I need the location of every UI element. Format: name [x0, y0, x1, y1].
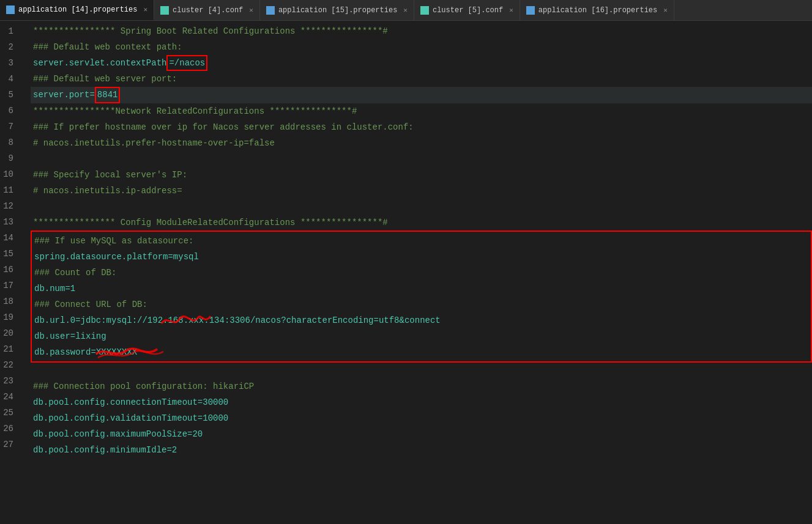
close-tab-5[interactable]: ✕	[663, 6, 668, 14]
line-num-3: 3	[0, 55, 20, 71]
line-num-14: 14	[0, 230, 20, 246]
tab-application-16[interactable]: application [16].properties ✕	[520, 0, 674, 20]
line-num-9: 9	[0, 150, 20, 166]
code-line-16: ### Count of DB:	[32, 265, 811, 281]
code-line-17: db.num=1	[32, 281, 811, 297]
code-line-10: ### Specify local server's IP:	[31, 167, 812, 183]
line-3-value: =/nacos	[166, 55, 207, 71]
close-tab-2[interactable]: ✕	[249, 6, 253, 14]
code-line-2: ### Default web context path:	[31, 39, 812, 55]
code-content[interactable]: **************** Spring Boot Related Con…	[26, 21, 812, 460]
line-8-text: # nacos.inetutils.prefer-hostname-over-i…	[33, 136, 275, 150]
line-3-key: server.servlet.contextPath	[33, 56, 166, 70]
red-box-section: ### If use MySQL as datasource: spring.d…	[31, 231, 812, 363]
line-num-15: 15	[0, 246, 20, 262]
editor-wrapper: **************** Spring Boot Related Con…	[26, 21, 812, 524]
line-21-value: XXXXXXXX	[96, 345, 137, 359]
code-line-21: db.password=XXXXXXXX	[32, 344, 811, 360]
tab-label-5: application [16].properties	[538, 6, 657, 15]
code-line-4: ### Default web server port:	[31, 71, 812, 87]
line-2-text: ### Default web context path:	[33, 40, 182, 54]
line-num-5: 5	[0, 87, 20, 103]
line-num-8: 8	[0, 135, 20, 150]
tab-cluster-5[interactable]: cluster [5].conf ✕	[414, 0, 520, 20]
code-line-22	[31, 363, 812, 378]
tab-label-3: application [15].properties	[278, 6, 397, 15]
tab-application-14[interactable]: application [14].properties ✕	[0, 0, 154, 20]
code-line-18: ### Connect URL of DB:	[32, 297, 811, 312]
line-5-value: 8841	[95, 87, 121, 103]
code-line-13: **************** Config Module Related C…	[31, 215, 812, 231]
code-line-6: **************** Network Related Configu…	[31, 103, 812, 119]
line-num-20: 20	[0, 325, 20, 341]
line-5-key: server.port=	[33, 88, 95, 101]
line-num-10: 10	[0, 166, 20, 182]
line-23-text: ### Connection pool configuration: hikar…	[33, 380, 254, 393]
line-num-11: 11	[0, 182, 20, 198]
tab-cluster-4[interactable]: cluster [4].conf ✕	[154, 0, 260, 20]
line-25-text: db.pool.config.validationTimeout=10000	[33, 411, 228, 425]
line-num-27: 27	[0, 437, 20, 452]
file-icon-5	[526, 6, 535, 15]
line-num-17: 17	[0, 278, 20, 293]
file-icon-4	[420, 6, 429, 15]
line-6-rest: Configurations ****************#	[192, 105, 357, 118]
line-6-network: Network Related	[115, 105, 192, 118]
line-num-22: 22	[0, 357, 20, 373]
tab-label-2: cluster [4].conf	[173, 6, 243, 15]
line-num-24: 24	[0, 389, 20, 405]
line-20-text: db.user=lixing	[34, 330, 106, 343]
line-13-related: Related	[187, 216, 223, 229]
line-19-rest: :3306/nacos?characterEncoding=utf8&conne…	[225, 314, 441, 327]
code-line-19: db.url.0=jdbc:mysql://192.168.xxx.134:33…	[32, 312, 811, 328]
line-num-7: 7	[0, 119, 20, 135]
line-14-text: ### If use MySQL as datasource:	[34, 234, 193, 248]
line-num-2: 2	[0, 39, 20, 55]
line-num-19: 19	[0, 309, 20, 325]
line-18-text: ### Connect URL of DB:	[34, 298, 147, 311]
tab-label-4: cluster [5].conf	[433, 6, 503, 15]
line-24-text: db.pool.config.connectionTimeout=30000	[33, 396, 228, 409]
line-numbers: 1 2 3 4 5 6 7 8 9 10 11 12 13 14 15 16 1…	[0, 21, 26, 524]
code-line-7: ### If prefer hostname over ip for Nacos…	[31, 119, 812, 135]
code-line-27: db.pool.config.minimumIdle=2	[31, 442, 812, 458]
close-tab-3[interactable]: ✕	[403, 6, 408, 14]
code-line-1: **************** Spring Boot Related Con…	[31, 23, 812, 39]
line-num-26: 26	[0, 421, 20, 437]
line-21-key: db.password=	[34, 345, 96, 359]
line-7-text: ### If prefer hostname over ip for Nacos…	[33, 120, 414, 134]
code-line-14: ### If use MySQL as datasource:	[32, 233, 811, 249]
tab-application-15[interactable]: application [15].properties ✕	[260, 0, 414, 20]
file-icon-1	[6, 6, 15, 14]
editor: 1 2 3 4 5 6 7 8 9 10 11 12 13 14 15 16 1…	[0, 21, 812, 524]
line-4-text: ### Default web server port:	[33, 72, 177, 86]
line-num-13: 13	[0, 214, 20, 230]
line-1-text: **************** Spring Boot Related Con…	[33, 24, 388, 38]
line-13-text: **************** Config Module	[33, 216, 187, 229]
code-line-20: db.user=lixing	[32, 328, 811, 344]
code-line-25: db.pool.config.validationTimeout=10000	[31, 410, 812, 426]
line-num-1: 1	[0, 23, 20, 39]
code-line-5: server.port=8841	[31, 87, 812, 103]
code-line-24: db.pool.config.connectionTimeout=30000	[31, 394, 812, 410]
code-line-12	[31, 199, 812, 215]
line-15-text: spring.datasource.platform=mysql	[34, 250, 199, 264]
code-line-11: # nacos.inetutils.ip-address=	[31, 183, 812, 199]
code-line-8: # nacos.inetutils.prefer-hostname-over-i…	[31, 135, 812, 151]
line-16-text: ### Count of DB:	[34, 266, 116, 279]
file-icon-3	[266, 6, 275, 15]
line-26-text: db.pool.config.maximumPoolSize=20	[33, 427, 203, 441]
line-13-rest: Configurations ****************#	[223, 216, 388, 229]
line-6-text: ****************	[33, 105, 115, 118]
line-num-23: 23	[0, 373, 20, 389]
line-num-6: 6	[0, 103, 20, 119]
line-num-4: 4	[0, 71, 20, 87]
code-line-15: spring.datasource.platform=mysql	[32, 249, 811, 265]
line-num-16: 16	[0, 262, 20, 278]
line-19-ip: 192.168.xxx.134	[147, 314, 225, 327]
close-tab-1[interactable]: ✕	[143, 6, 147, 13]
code-line-3: server.servlet.contextPath=/nacos	[31, 55, 812, 71]
close-tab-4[interactable]: ✕	[509, 6, 513, 14]
line-num-25: 25	[0, 405, 20, 421]
line-10-text: ### Specify local server's IP:	[33, 168, 187, 182]
